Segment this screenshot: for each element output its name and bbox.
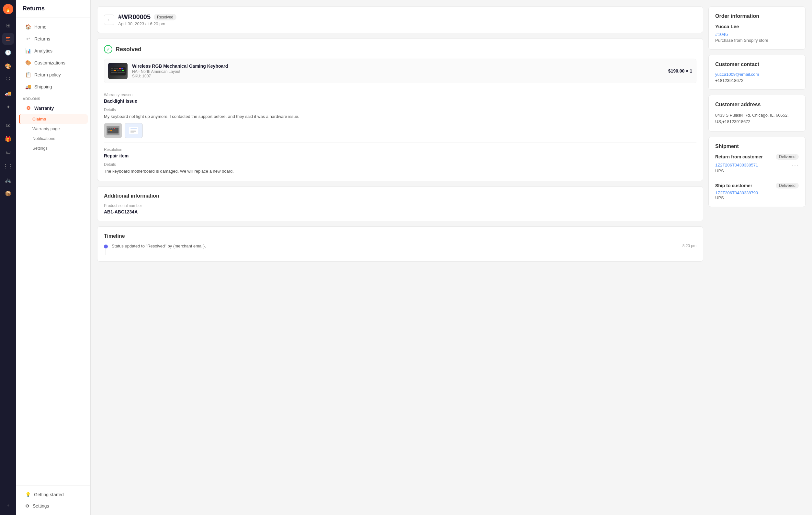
ship-to-customer-section: Ship to customer Delivered 1Z2T206T04303… xyxy=(715,183,799,200)
shipment-card: Shipment Return from customer Delivered … xyxy=(708,137,806,207)
contact-title: Customer contact xyxy=(715,61,799,67)
getting-started-label: Getting started xyxy=(34,492,64,497)
sidebar-bottom: 💡 Getting started ⚙ Settings xyxy=(16,485,90,515)
sidebar: Returns 🏠 Home ↩ Returns 📊 Analytics 🎨 C… xyxy=(16,0,91,515)
detail-header: ← #WR00005 Resolved April 30, 2023 at 6:… xyxy=(97,6,703,33)
status-badge: Resolved xyxy=(154,14,176,21)
details-text: My keyboard not light up anymore. I cont… xyxy=(104,113,696,120)
sidebar-item-return-policy[interactable]: 📋 Return policy xyxy=(19,69,88,81)
sidebar-item-analytics[interactable]: 📊 Analytics xyxy=(19,45,88,57)
clock-rail-icon[interactable]: 🕐 xyxy=(2,47,14,58)
sidebar-item-returns-label: Returns xyxy=(34,36,50,41)
order-id-link[interactable]: #1046 xyxy=(715,32,728,37)
product-sku: SKU: 1007 xyxy=(132,74,664,78)
thumbnail-1[interactable] xyxy=(104,123,122,138)
gift-rail-icon[interactable]: 🎁 xyxy=(2,133,14,145)
svg-rect-11 xyxy=(117,70,119,71)
warranty-reason-section: Warranty reason Backlight issue xyxy=(104,93,696,104)
sidebar-item-customizations[interactable]: 🎨 Customizations xyxy=(19,57,88,69)
sidebar-item-settings[interactable]: Settings xyxy=(19,143,88,153)
return-from-customer-label: Return from customer xyxy=(715,154,763,160)
home-icon: 🏠 xyxy=(25,24,31,30)
resolution-section: Resolution Repair item xyxy=(104,147,696,159)
return-from-customer-badge: Delivered xyxy=(776,154,799,160)
warranty-reason-label: Warranty reason xyxy=(104,93,696,97)
product-info: Wireless RGB Mechanical Gaming Keyboard … xyxy=(132,63,664,78)
sidebar-item-shipping[interactable]: 🚚 Shipping xyxy=(19,81,88,93)
tag-rail-icon[interactable]: 🏷 xyxy=(2,147,14,159)
return-tracking-row: 1Z2T206T0430338571 ··· xyxy=(715,162,799,168)
truck-rail-icon[interactable]: 🚚 xyxy=(2,87,14,99)
shield-rail-icon[interactable]: 🛡 xyxy=(2,74,14,86)
box-rail-icon[interactable]: 📦 xyxy=(2,188,14,199)
palette-rail-icon[interactable]: 🎨 xyxy=(2,60,14,72)
getting-started-item[interactable]: 💡 Getting started xyxy=(19,489,88,500)
customer-phone: +18123918672 xyxy=(715,78,799,83)
return-tracking-link[interactable]: 1Z2T206T0430338571 xyxy=(715,163,758,168)
star-rail-icon[interactable]: ✦ xyxy=(2,101,14,113)
resolved-card: ✓ Resolved xyxy=(97,38,703,181)
sidebar-nav: 🏠 Home ↩ Returns 📊 Analytics 🎨 Customiza… xyxy=(16,18,90,485)
sidebar-title: Returns xyxy=(23,5,84,12)
warranty-subnav: Claims Warranty page Notifications Setti… xyxy=(16,114,90,153)
content-area: ← #WR00005 Resolved April 30, 2023 at 6:… xyxy=(91,0,812,515)
analytics-icon: 📊 xyxy=(25,48,31,54)
details-label: Details xyxy=(104,108,696,112)
return-more-button[interactable]: ··· xyxy=(792,162,799,168)
ship-tracking-link[interactable]: 1Z2T206T0430338799 xyxy=(715,191,758,195)
serial-value: AB1-ABC1234A xyxy=(104,209,696,214)
thumbnail-2[interactable] xyxy=(125,123,143,138)
resolution-details-section: Details The keyboard motherboard is dama… xyxy=(104,162,696,175)
settings-item[interactable]: ⚙ Settings xyxy=(19,500,88,511)
icon-rail: 🔥 ⊞ 🕐 🎨 🛡 🚚 ✦ ✉ 🎁 🏷 ⋮⋮ 🚲 📦 + xyxy=(0,0,16,515)
notifications-label: Notifications xyxy=(32,136,55,141)
svg-rect-22 xyxy=(108,130,110,131)
ship-to-customer-badge: Delivered xyxy=(776,183,799,189)
address-title: Customer address xyxy=(715,102,799,108)
back-button[interactable]: ← xyxy=(104,15,114,25)
svg-rect-26 xyxy=(130,128,137,129)
sidebar-item-warranty-label: Warranty xyxy=(34,106,54,111)
returns-rail-icon[interactable] xyxy=(2,33,14,45)
additional-info-title: Additional information xyxy=(104,193,696,199)
svg-rect-20 xyxy=(112,128,113,129)
thumbnails xyxy=(104,123,696,138)
sidebar-item-warranty[interactable]: ⚙ Warranty xyxy=(19,102,88,114)
rail-divider-1 xyxy=(3,116,13,116)
customer-email[interactable]: yucca1009@email.com xyxy=(715,72,799,77)
timeline-title: Timeline xyxy=(104,233,696,239)
getting-started-icon: 💡 xyxy=(25,492,31,497)
settings-label: Settings xyxy=(32,146,48,151)
app-logo[interactable]: 🔥 xyxy=(3,4,13,14)
product-name: Wireless RGB Mechanical Gaming Keyboard xyxy=(132,63,664,69)
product-image xyxy=(108,63,127,79)
bike-rail-icon[interactable]: 🚲 xyxy=(2,174,14,185)
order-info-title: Order information xyxy=(715,13,799,19)
main-content: ← #WR00005 Resolved April 30, 2023 at 6:… xyxy=(91,0,812,515)
svg-rect-5 xyxy=(114,68,116,69)
sidebar-item-return-policy-label: Return policy xyxy=(34,72,61,78)
plus-rail-icon[interactable]: + xyxy=(2,499,14,511)
return-from-customer-section: Return from customer Delivered 1Z2T206T0… xyxy=(715,154,799,173)
dashboard-rail-icon[interactable]: ⊞ xyxy=(2,20,14,31)
sidebar-item-notifications[interactable]: Notifications xyxy=(19,134,88,143)
sidebar-item-returns[interactable]: ↩ Returns xyxy=(19,33,88,45)
additional-info-card: Additional information Product serial nu… xyxy=(97,186,703,221)
svg-rect-4 xyxy=(111,68,113,69)
sidebar-item-warranty-page[interactable]: Warranty page xyxy=(19,124,88,134)
claim-id: #WR00005 xyxy=(118,13,150,21)
timeline-content: Status updated to "Resolved" by {merchan… xyxy=(112,244,696,249)
header-id-row: #WR00005 Resolved xyxy=(118,13,176,21)
svg-rect-15 xyxy=(118,72,125,73)
sidebar-item-claims[interactable]: Claims xyxy=(19,114,88,124)
right-panel: Order information Yucca Lee #1046 Purcha… xyxy=(708,6,806,509)
product-price: $190.00 × 1 xyxy=(668,68,692,74)
timeline-card: Timeline Status updated to "Resolved" by… xyxy=(97,226,703,262)
resolved-title: Resolved xyxy=(116,46,142,53)
svg-rect-25 xyxy=(129,127,138,134)
timeline-line xyxy=(106,249,106,255)
sidebar-item-shipping-label: Shipping xyxy=(34,84,52,89)
grid-rail-icon[interactable]: ⋮⋮ xyxy=(2,160,14,172)
sidebar-item-home[interactable]: 🏠 Home xyxy=(19,21,88,33)
mail-rail-icon[interactable]: ✉ xyxy=(2,119,14,131)
